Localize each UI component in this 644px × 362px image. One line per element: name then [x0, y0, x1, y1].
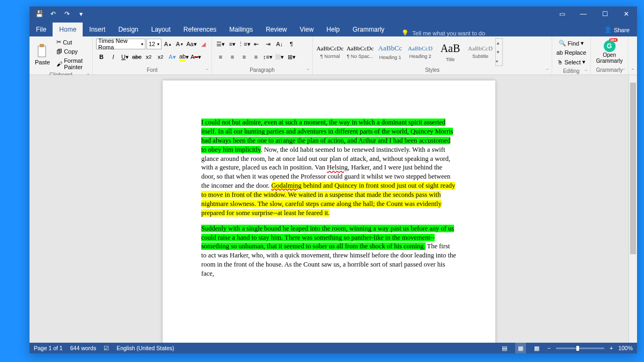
style-title[interactable]: AaBTitle [435, 38, 465, 66]
line-spacing-button[interactable]: ↕≡▾ [262, 51, 273, 62]
style-heading1[interactable]: AaBbCcHeading 1 [375, 38, 405, 66]
format-painter-button[interactable]: 🖌Format Painter [54, 56, 90, 71]
tab-references[interactable]: References [177, 23, 223, 36]
show-marks-button[interactable]: ¶ [286, 39, 297, 49]
tab-grammarly[interactable]: Grammarly [346, 23, 391, 36]
zoom-in-button[interactable]: + [610, 345, 613, 351]
tab-file[interactable]: File [30, 23, 53, 36]
styles-more-button[interactable]: ▲▼▾ [495, 38, 503, 66]
font-size-select[interactable]: 12▾ [147, 39, 162, 49]
find-icon: 🔍 [559, 40, 566, 47]
font-name-select[interactable]: Times New Roma▾ [96, 39, 145, 49]
cut-button[interactable]: ✂Cut [54, 38, 90, 47]
copy-icon: 🗐 [56, 48, 62, 55]
collapse-ribbon-button[interactable]: ⌃ [628, 36, 637, 75]
cut-icon: ✂ [56, 39, 61, 46]
tab-layout[interactable]: Layout [145, 23, 177, 36]
justify-button[interactable]: ≡ [251, 51, 261, 62]
read-mode-icon[interactable]: ▤ [499, 343, 510, 353]
scroll-thumb[interactable] [630, 83, 636, 254]
proofing-icon[interactable]: ☑ [104, 345, 109, 351]
language-indicator[interactable]: English (United States) [116, 345, 174, 351]
vertical-scrollbar[interactable] [628, 75, 637, 343]
underline-button[interactable]: U▾ [120, 51, 130, 62]
print-layout-icon[interactable]: ▦ [515, 343, 526, 353]
align-center-button[interactable]: ≡ [227, 51, 238, 62]
paragraph-1[interactable]: I could not but admire, even at such a m… [201, 118, 457, 218]
svg-rect-0 [38, 46, 46, 57]
ribbon-opts-icon[interactable]: ▭ [551, 6, 573, 21]
superscript-button[interactable]: x2 [155, 51, 166, 62]
copy-button[interactable]: 🗐Copy [54, 47, 90, 56]
save-icon[interactable]: 💾 [34, 9, 45, 19]
paragraph-2[interactable]: Suddenly with a single bound he leaped i… [201, 224, 457, 278]
close-icon[interactable]: ✕ [616, 6, 637, 21]
group-clipboard: Paste ✂Cut 🗐Copy 🖌Format Painter Clipboa… [30, 36, 93, 75]
bullets-button[interactable]: ☰▾ [215, 39, 226, 49]
strike-button[interactable]: abc [131, 51, 142, 62]
subscript-button[interactable]: x2 [143, 51, 154, 62]
inc-indent-button[interactable]: ⇥ [262, 39, 273, 49]
undo-icon[interactable]: ↶ [48, 9, 58, 19]
tab-design[interactable]: Design [112, 23, 144, 36]
tab-review[interactable]: Review [259, 23, 293, 36]
maximize-icon[interactable]: ☐ [594, 6, 616, 21]
redo-icon[interactable]: ↷ [62, 9, 72, 19]
paste-label: Paste [35, 59, 50, 65]
qat-more-icon[interactable]: ▾ [76, 9, 86, 19]
svg-rect-1 [40, 44, 44, 47]
clear-format-button[interactable]: ◢ [198, 39, 209, 49]
tab-mailings[interactable]: Mailings [223, 23, 259, 36]
shrink-font-button[interactable]: A▼ [174, 39, 185, 49]
shading-button[interactable]: ▾ [274, 51, 285, 62]
zoom-level[interactable]: 100% [618, 345, 633, 351]
titlebar: 💾 ↶ ↷ ▾ ▭ — ☐ ✕ [30, 6, 637, 21]
select-button[interactable]: 🖱Select▾ [555, 57, 588, 67]
page-indicator[interactable]: Page 1 of 1 [34, 345, 63, 351]
open-grammarly-button[interactable]: G10+ Open Grammarly [593, 39, 626, 65]
share-label: Share [614, 27, 630, 33]
select-icon: 🖱 [557, 59, 563, 65]
align-right-button[interactable]: ≡ [239, 51, 250, 62]
multilevel-button[interactable]: ⋮≡▾ [239, 39, 250, 49]
page[interactable]: I could not but admire, even at such a m… [163, 80, 495, 343]
web-layout-icon[interactable]: ▩ [531, 343, 542, 353]
text-effects-button[interactable]: A▾ [167, 51, 178, 62]
tell-me-search[interactable]: 💡 Tell me what you want to do [401, 29, 485, 36]
tab-view[interactable]: View [294, 23, 320, 36]
style-no-spacing[interactable]: AaBbCcDc¶ No Spac... [345, 38, 375, 66]
share-button[interactable]: 👤 Share [597, 23, 637, 36]
paste-button[interactable]: Paste [32, 43, 53, 67]
app-window: 💾 ↶ ↷ ▾ ▭ — ☐ ✕ File Home Insert Design … [30, 6, 637, 353]
statusbar: Page 1 of 1 644 words ☑ English (United … [30, 343, 637, 353]
group-styles: AaBbCcDc¶ Normal AaBbCcDc¶ No Spac... Aa… [313, 36, 552, 75]
italic-button[interactable]: I [108, 51, 119, 62]
change-case-button[interactable]: Aa▾ [186, 39, 197, 49]
styles-label: Styles [315, 67, 550, 73]
numbering-button[interactable]: ≡▾ [227, 39, 238, 49]
find-button[interactable]: 🔍Find▾ [557, 39, 586, 48]
replace-button[interactable]: abReplace [554, 48, 589, 57]
tab-help[interactable]: Help [320, 23, 346, 36]
align-left-button[interactable]: ≡ [215, 51, 226, 62]
document-scroll[interactable]: I could not but admire, even at such a m… [30, 75, 628, 343]
tab-home[interactable]: Home [53, 23, 83, 36]
font-label: Font [95, 67, 209, 73]
style-subtitle[interactable]: AaBbCcDSubtitle [465, 38, 495, 66]
highlight-button[interactable]: ab▾ [179, 51, 189, 62]
tab-insert[interactable]: Insert [83, 23, 112, 36]
group-grammarly: G10+ Open Grammarly Grammarly [591, 36, 628, 75]
font-color-button[interactable]: A▾ [191, 51, 201, 62]
minimize-icon[interactable]: — [573, 6, 594, 21]
sort-button[interactable]: A↓ [274, 39, 285, 49]
bold-button[interactable]: B [96, 51, 107, 62]
zoom-out-button[interactable]: − [547, 345, 551, 351]
word-count[interactable]: 644 words [70, 345, 96, 351]
dec-indent-button[interactable]: ⇤ [251, 39, 261, 49]
style-normal[interactable]: AaBbCcDc¶ Normal [315, 38, 345, 66]
lightbulb-icon: 💡 [401, 29, 409, 36]
grow-font-button[interactable]: A▲ [163, 39, 173, 49]
style-heading2[interactable]: AaBbCcDHeading 2 [405, 38, 435, 66]
zoom-slider[interactable] [556, 348, 604, 349]
borders-button[interactable]: ⊞▾ [286, 51, 297, 62]
